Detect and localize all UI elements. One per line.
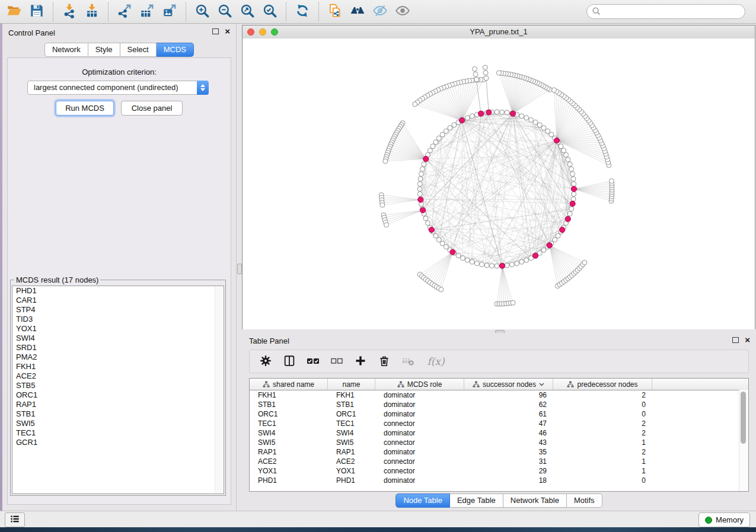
criterion-selected-value: largest connected component (undirected) — [34, 81, 178, 94]
mcds-result-item[interactable]: TEC1 — [12, 428, 224, 438]
mcds-result-item[interactable]: STB5 — [12, 381, 224, 390]
mcds-result-item[interactable]: FKH1 — [12, 362, 224, 371]
column-header-name[interactable]: name — [328, 379, 375, 390]
tab-select[interactable]: Select — [120, 43, 157, 57]
export-table-button[interactable] — [136, 2, 158, 21]
table-row[interactable]: RAP1RAP1dominator352 — [250, 447, 748, 457]
import-network-button[interactable] — [59, 2, 80, 21]
plus-icon — [353, 354, 368, 370]
export-image-button[interactable] — [159, 2, 180, 21]
refresh-view-button[interactable] — [292, 2, 313, 21]
mcds-result-item[interactable]: PHD1 — [12, 286, 224, 296]
network-node — [484, 263, 489, 268]
table-row[interactable]: SWI4SWI4dominator462 — [250, 428, 748, 438]
delete-table-icon — [401, 354, 415, 370]
panel-menu-button[interactable] — [5, 512, 25, 527]
tab-network[interactable]: Network — [44, 43, 88, 57]
network-node — [480, 262, 484, 267]
mcds-result-item[interactable]: RAP1 — [12, 400, 224, 409]
table-row[interactable]: STB1STB1dominator620 — [250, 400, 748, 409]
close-panel-icon[interactable]: × — [225, 28, 230, 35]
zoom-out-button[interactable] — [214, 2, 235, 21]
mcds-result-item[interactable]: ACE2 — [12, 371, 224, 381]
mcds-tab-content: Optimization criterion: largest connecte… — [7, 57, 231, 505]
mcds-hub-node — [560, 227, 565, 232]
create-column-button[interactable] — [352, 352, 369, 370]
mcds-result-item[interactable]: GCR1 — [12, 438, 224, 447]
mcds-result-list[interactable]: PHD1CAR1STP4TID3YOX1SWI4SRD1PMA2FKH1ACE2… — [12, 286, 224, 494]
float-panel-icon[interactable] — [212, 28, 219, 34]
search-network-button[interactable] — [347, 2, 368, 21]
column-header-mcds-role[interactable]: MCDS role — [375, 379, 464, 390]
network-canvas[interactable] — [243, 39, 755, 329]
mcds-result-item[interactable]: STB1 — [12, 409, 224, 419]
network-node — [562, 148, 566, 153]
tab-network-table[interactable]: Network Table — [503, 493, 567, 508]
export-network-button[interactable] — [114, 2, 135, 21]
mcds-result-item[interactable]: STP4 — [12, 305, 224, 315]
network-node — [440, 132, 445, 137]
table-row[interactable]: FKH1FKH1dominator962 — [250, 390, 748, 400]
delete-column-button[interactable] — [375, 352, 393, 370]
zoom-fit-button[interactable] — [237, 2, 258, 21]
run-mcds-button[interactable]: Run MCDS — [56, 101, 114, 116]
mcds-result-item[interactable]: TID3 — [12, 315, 224, 324]
network-window-titlebar[interactable]: YPA_prune.txt_1 — [243, 25, 755, 39]
vertical-splitter[interactable] — [237, 24, 242, 511]
search-input[interactable] — [604, 7, 740, 17]
hide-selected-button[interactable] — [369, 2, 391, 21]
tab-edge-table[interactable]: Edge Table — [450, 493, 503, 508]
list-scrollbar[interactable] — [215, 287, 223, 493]
close-panel-button[interactable]: Close panel — [121, 101, 183, 116]
network-node — [569, 207, 574, 211]
network-node — [474, 261, 479, 266]
tab-style[interactable]: Style — [88, 43, 120, 57]
import-table-button[interactable] — [81, 2, 103, 21]
table-row[interactable]: ACE2ACE2connector311 — [250, 457, 748, 466]
mcds-result-item[interactable]: SWI5 — [12, 419, 224, 428]
scrollbar-thumb[interactable] — [741, 392, 746, 444]
float-panel-icon[interactable] — [732, 337, 739, 343]
table-row[interactable]: YOX1YOX1connector291 — [250, 466, 748, 476]
mcds-result-title: MCDS result (17 nodes) — [14, 275, 100, 284]
zoom-selected-button[interactable] — [259, 2, 280, 21]
criterion-select[interactable]: largest connected component (undirected) — [27, 81, 209, 95]
save-session-button[interactable] — [26, 2, 47, 21]
show-all-button[interactable] — [392, 2, 413, 21]
table-row[interactable]: TEC1TEC1connector472 — [250, 419, 748, 428]
column-header-predecessor-nodes[interactable]: predecessor nodes — [553, 379, 652, 390]
memory-button[interactable]: Memory — [698, 512, 750, 527]
tab-mcds[interactable]: MCDS — [157, 43, 194, 57]
network-node — [423, 216, 428, 221]
mcds-result-item[interactable]: ORC1 — [12, 390, 224, 400]
table-row[interactable]: PHD1PHD1dominator180 — [250, 476, 748, 485]
mcds-result-item[interactable]: SRD1 — [12, 343, 224, 352]
network-node — [546, 129, 550, 133]
select-all-button[interactable] — [304, 352, 322, 370]
close-panel-icon[interactable]: × — [745, 336, 750, 344]
function-icon: f(x) — [427, 355, 444, 367]
column-header-successor-nodes[interactable]: successor nodes — [464, 379, 553, 390]
zoom-in-button[interactable] — [192, 2, 213, 21]
table-options-button[interactable] — [257, 352, 275, 370]
mcds-result-item[interactable]: SWI4 — [12, 334, 224, 343]
clone-network-button[interactable] — [324, 2, 346, 21]
mcds-result-item[interactable]: YOX1 — [12, 324, 224, 334]
network-node — [505, 263, 509, 268]
mcds-result-item[interactable]: CAR1 — [12, 296, 224, 305]
mcds-result-item[interactable]: PMA2 — [12, 352, 224, 362]
deselect-all-button[interactable] — [328, 352, 346, 370]
search-box[interactable] — [586, 4, 745, 19]
splitter-grip[interactable] — [237, 264, 242, 274]
table-row[interactable]: ORC1ORC1dominator610 — [250, 409, 748, 419]
table-row[interactable]: SWI5SWI5connector431 — [250, 438, 748, 447]
table-scrollbar[interactable] — [739, 390, 748, 491]
clone-network-icon — [327, 3, 343, 20]
tab-motifs[interactable]: Motifs — [567, 493, 602, 508]
tab-node-table[interactable]: Node Table — [395, 493, 450, 508]
mcds-hub-node — [418, 197, 423, 203]
graph-nodes[interactable] — [379, 65, 614, 306]
toggle-columns-button[interactable] — [280, 352, 298, 370]
open-file-button[interactable] — [4, 2, 25, 21]
column-header-shared-name[interactable]: shared name — [250, 379, 328, 390]
